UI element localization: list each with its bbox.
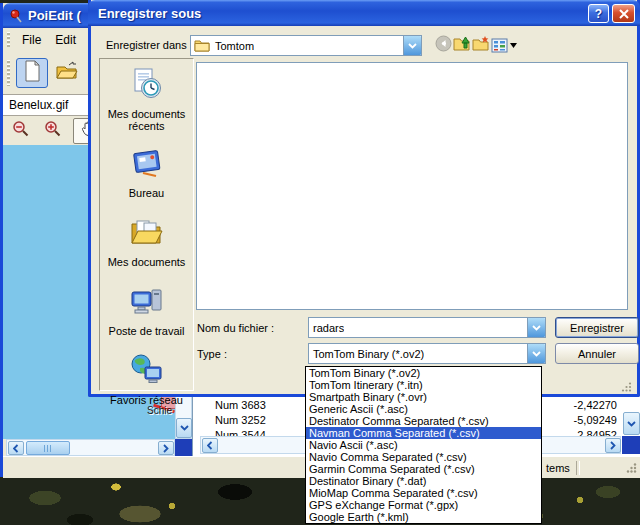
- type-option[interactable]: Destinator Comma Separated (*.csv): [306, 415, 541, 427]
- map-scroll-corner: [175, 439, 192, 456]
- type-option[interactable]: MioMap Comma Separated (*.csv): [306, 487, 541, 499]
- dialog-resize-grip[interactable]: [620, 382, 632, 392]
- save-as-dialog: Enregistrer sous ? Enregistrer dans : To…: [88, 0, 640, 397]
- my-documents-icon: [130, 215, 164, 253]
- screen: PoiEdit ( File Edit Tools: [0, 0, 640, 525]
- type-option[interactable]: GPS eXchange Format (*.gpx): [306, 499, 541, 511]
- zoom-out-button[interactable]: [7, 119, 35, 143]
- save-in-value: Tomtom: [210, 40, 254, 52]
- place-network[interactable]: Favoris réseau: [101, 353, 193, 406]
- up-one-level-button[interactable]: [453, 36, 471, 54]
- type-option[interactable]: Navio Comma Separated (*.csv): [306, 451, 541, 463]
- file-list-area[interactable]: [196, 62, 628, 310]
- status-items-text: tems: [546, 462, 570, 474]
- type-option[interactable]: Navio Ascii (*.asc): [306, 439, 541, 451]
- filename-combobox[interactable]: radars: [308, 317, 546, 338]
- place-label: Bureau: [129, 187, 164, 199]
- zoom-in-button[interactable]: [39, 119, 67, 143]
- filename-dropdown-arrow[interactable]: [527, 318, 545, 337]
- open-file-button[interactable]: [52, 59, 82, 87]
- filename-value: radars: [309, 322, 344, 334]
- new-folder-button[interactable]: [472, 36, 490, 54]
- recent-documents-icon: [130, 67, 164, 105]
- save-in-dropdown-arrow[interactable]: [403, 36, 421, 55]
- type-option[interactable]: TomTom Binary (*.ov2): [306, 367, 541, 379]
- help-button[interactable]: ?: [588, 4, 609, 23]
- poi-name: Num 3683: [193, 399, 266, 413]
- list-scroll-left-button[interactable]: [202, 438, 218, 453]
- document-tab-label: Benelux.gif: [9, 98, 68, 112]
- place-my-documents[interactable]: Mes documents: [101, 215, 193, 268]
- back-button[interactable]: [434, 36, 452, 54]
- menubar-grip[interactable]: [7, 32, 10, 48]
- dialog-titlebar[interactable]: Enregistrer sous ?: [88, 0, 640, 26]
- places-bar: Mes documents récents Bureau Mes documen…: [99, 58, 194, 391]
- type-option[interactable]: Generic Ascii (*.asc): [306, 403, 541, 415]
- map-label: Schie: [147, 405, 172, 416]
- map-hscroll-thumb[interactable]: [26, 441, 70, 455]
- save-button[interactable]: Enregistrer: [555, 317, 639, 338]
- up-folder-icon: [453, 35, 471, 56]
- map-scroll-right-button[interactable]: [158, 441, 174, 455]
- views-icon: [491, 38, 517, 53]
- place-desktop[interactable]: Bureau: [101, 146, 193, 199]
- map-scroll-down-button[interactable]: [176, 418, 192, 438]
- place-label: Mes documents: [108, 256, 186, 268]
- place-label: Mes documents récents: [101, 108, 193, 132]
- new-file-button[interactable]: [16, 58, 48, 88]
- close-button[interactable]: [612, 4, 635, 23]
- type-option[interactable]: Garmin Comma Separated (*.csv): [306, 463, 541, 475]
- type-value: TomTom Binary (*.ov2): [309, 348, 424, 360]
- type-option[interactable]: Destinator Binary (*.dat): [306, 475, 541, 487]
- pushpin-icon: [9, 9, 23, 23]
- type-dropdown-arrow[interactable]: [527, 344, 545, 363]
- place-label: Favoris réseau: [110, 394, 183, 406]
- folder-icon: [194, 39, 210, 52]
- zoom-in-icon: [44, 120, 62, 142]
- poiedit-title: PoiEdit (: [28, 8, 81, 23]
- open-folder-icon: [56, 61, 78, 85]
- window-resize-grip[interactable]: [625, 462, 637, 474]
- status-divider: [576, 461, 580, 475]
- map-scroll-left-button[interactable]: [8, 441, 24, 455]
- type-option-selected[interactable]: Navman Comma Separated (*.csv): [306, 427, 541, 439]
- back-icon: [435, 35, 452, 56]
- place-label: Poste de travail: [109, 325, 185, 337]
- menu-file[interactable]: File: [15, 31, 48, 49]
- poi-value: -5,09249: [574, 414, 623, 428]
- type-label: Type :: [197, 348, 227, 360]
- save-in-combobox[interactable]: Tomtom: [190, 35, 422, 56]
- type-option[interactable]: TomTom Itinerary (*.itn): [306, 379, 541, 391]
- network-places-icon: [130, 353, 164, 391]
- view-menu-button[interactable]: [491, 36, 517, 54]
- close-icon: [619, 9, 629, 19]
- new-document-icon: [22, 60, 42, 86]
- list-scroll-right-button[interactable]: [605, 438, 621, 453]
- map-hscrollbar[interactable]: [6, 439, 175, 456]
- poi-name: Num 3544: [193, 429, 266, 436]
- type-option[interactable]: Smartpath Binary (*.ovr): [306, 391, 541, 403]
- type-combobox[interactable]: TomTom Binary (*.ov2): [308, 343, 546, 364]
- zoom-out-icon: [12, 120, 30, 142]
- desktop-icon: [130, 146, 164, 184]
- help-icon: ?: [595, 7, 602, 21]
- type-option[interactable]: Google Earth (*.kml): [306, 511, 541, 523]
- toolbar-grip[interactable]: [7, 60, 10, 86]
- poi-value: -2,42270: [574, 399, 623, 413]
- type-dropdown-list: TomTom Binary (*.ov2) TomTom Itinerary (…: [305, 366, 542, 524]
- place-my-computer[interactable]: Poste de travail: [101, 284, 193, 337]
- poi-name: Num 3252: [193, 414, 266, 428]
- new-folder-icon: [472, 35, 490, 56]
- cancel-button[interactable]: Annuler: [555, 343, 639, 364]
- poi-value: -2,84952: [574, 429, 623, 436]
- dialog-title: Enregistrer sous: [98, 6, 201, 21]
- save-button-label: Enregistrer: [570, 322, 624, 334]
- menu-edit[interactable]: Edit: [48, 31, 83, 49]
- list-scroll-down-button[interactable]: [623, 412, 640, 435]
- list-scroll-corner: [622, 436, 640, 454]
- save-in-label: Enregistrer dans :: [106, 39, 193, 51]
- place-recent-documents[interactable]: Mes documents récents: [101, 67, 193, 132]
- filename-label: Nom du fichier :: [197, 322, 274, 334]
- my-computer-icon: [130, 284, 164, 322]
- cancel-button-label: Annuler: [578, 348, 616, 360]
